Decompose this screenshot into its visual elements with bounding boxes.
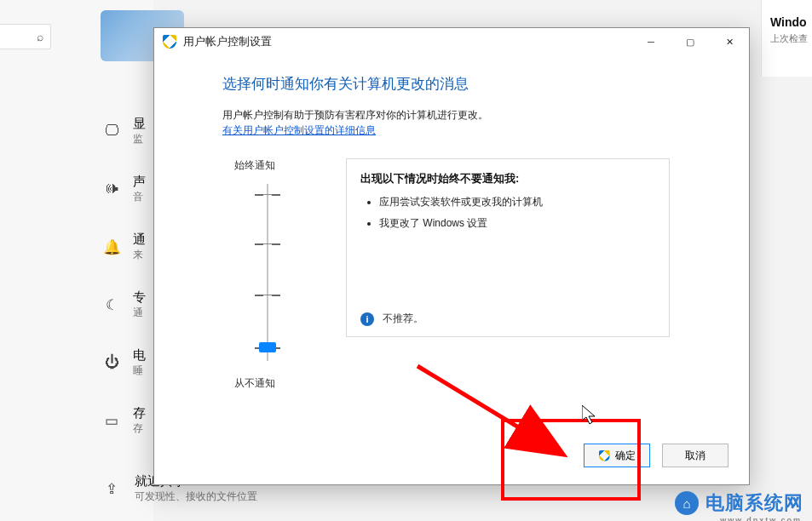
monitor-icon: 🖵 [102,123,121,140]
shield-icon [599,450,610,461]
slider-top-label: 始终通知 [234,158,275,173]
watermark: ⌂ 电脑系统网 www.dnxtw.com [675,490,803,516]
settings-item-sub: 监 [133,132,146,146]
storage-icon: ▭ [102,412,121,430]
search-input[interactable]: ⌕ [0,24,51,49]
close-button[interactable]: ✕ [710,28,749,55]
slider-tick [256,243,279,244]
info-footer: 不推荐。 [383,312,423,326]
notification-level-description: 出现以下情况时始终不要通知我: 应用尝试安装软件或更改我的计算机 我更改了 Wi… [346,158,670,337]
settings-item-title: 专 [133,289,146,306]
uac-settings-dialog: 用户帐户控制设置 ─ ▢ ✕ 选择何时通知你有关计算机更改的消息 用户帐户控制有… [153,27,750,485]
notification-level-slider[interactable]: 始终通知 从不通知 [222,158,325,337]
settings-item-sub: 音 [133,190,146,204]
slider-thumb[interactable] [259,342,276,352]
settings-item-sub: 来 [133,248,146,262]
settings-item-title: 显 [133,116,146,132]
slider-bottom-label: 从不通知 [234,376,275,391]
settings-item-sub: 睡 [133,364,146,378]
uac-help-link[interactable]: 有关用户帐户控制设置的详细信息 [222,124,376,136]
windows-update-title: Windo [770,15,812,29]
dialog-heading: 选择何时通知你有关计算机更改的消息 [222,74,698,94]
dialog-description: 用户帐户控制有助于预防有害程序对你的计算机进行更改。 [222,107,698,123]
info-icon: i [360,312,374,326]
watermark-text: 电脑系统网 [705,490,803,516]
minimize-button[interactable]: ─ [631,28,671,55]
share-icon: ⇪ [102,480,121,498]
settings-item-title: 存 [133,405,146,421]
maximize-button[interactable]: ▢ [671,28,710,55]
settings-item-sub: 通 [133,306,146,320]
slider-tick [256,194,279,195]
windows-update-sub: 上次检查 [770,32,812,45]
settings-item-sub: 可发现性、接收的文件位置 [135,490,257,504]
search-icon: ⌕ [37,30,43,43]
sound-icon: 🕪 [102,180,121,198]
watermark-logo-icon: ⌂ [675,491,699,515]
info-bullet: 应用尝试安装软件或更改我的计算机 [379,195,655,209]
settings-item-title: 电 [133,347,146,364]
info-heading: 出现以下情况时始终不要通知我: [360,171,655,186]
cancel-button-label: 取消 [685,449,705,463]
bell-icon: 🔔 [102,238,121,256]
moon-icon: ☾ [102,296,121,314]
slider-track [267,184,268,361]
windows-update-card[interactable]: Windo 上次检查 [761,0,812,77]
settings-item-sub: 存 [133,421,146,436]
slider-tick [256,295,279,295]
shield-icon [163,35,176,49]
dialog-titlebar[interactable]: 用户帐户控制设置 ─ ▢ ✕ [154,28,749,55]
watermark-url: www.dnxtw.com [720,516,802,521]
settings-item-title: 通 [133,232,146,248]
settings-item-title: 声 [133,174,146,190]
cancel-button[interactable]: 取消 [662,444,728,467]
ok-button[interactable]: 确定 [584,444,650,467]
power-icon: ⏻ [102,354,121,371]
dialog-title: 用户帐户控制设置 [183,34,272,49]
info-bullet: 我更改了 Windows 设置 [379,216,655,231]
ok-button-label: 确定 [615,449,636,463]
